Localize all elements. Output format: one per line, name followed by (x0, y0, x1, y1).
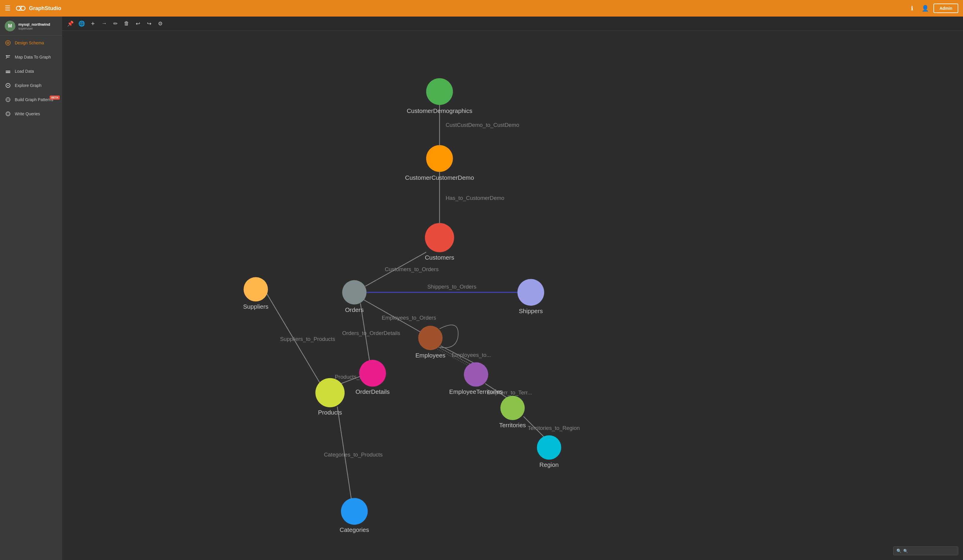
svg-point-10 (7, 85, 8, 86)
sidebar-label-map-data: Map Data To Graph (15, 55, 51, 60)
hamburger-button[interactable]: ☰ (5, 5, 11, 12)
user-info: mysql_northwind superuser (18, 22, 50, 30)
node-customercustomerdemo[interactable] (426, 145, 453, 172)
node-orderdetails[interactable] (359, 360, 386, 387)
sidebar-item-build-patterns[interactable]: Build Graph Patterns BETA (0, 92, 62, 107)
redo-button[interactable]: ↪ (144, 19, 154, 28)
search-box[interactable]: 🔍 (893, 546, 958, 555)
node-employees[interactable] (418, 326, 443, 350)
node-region[interactable] (537, 435, 561, 460)
arrow-button[interactable]: → (99, 19, 109, 28)
logo-icon (15, 3, 26, 14)
header-left: ☰ GraphStudio (5, 3, 61, 14)
svg-point-1 (21, 6, 25, 10)
beta-badge: BETA (50, 95, 60, 100)
sidebar-label-write-queries: Write Queries (15, 112, 40, 116)
sidebar-item-load-data[interactable]: Load Data (0, 64, 62, 78)
user-icon[interactable]: 👤 (921, 3, 930, 13)
svg-text:Orders_to_OrderDetails: Orders_to_OrderDetails (342, 330, 400, 337)
svg-rect-8 (6, 72, 10, 73)
node-categories[interactable] (341, 498, 368, 525)
svg-rect-7 (6, 71, 10, 71)
explore-graph-icon (5, 83, 11, 88)
sidebar-label-design-schema: Design Schema (15, 40, 44, 45)
sidebar-item-write-queries[interactable]: Write Queries (0, 107, 62, 121)
sidebar-label-explore-graph: Explore Graph (15, 83, 41, 88)
main-layout: M mysql_northwind superuser Design Schem… (0, 16, 963, 560)
label-categories: Categories (340, 526, 369, 533)
user-name: mysql_northwind (18, 22, 50, 27)
label-customers: Customers (425, 254, 454, 261)
admin-button[interactable]: Admin (934, 3, 958, 13)
sidebar-label-load-data: Load Data (15, 69, 34, 74)
sidebar: M mysql_northwind superuser Design Schem… (0, 16, 62, 560)
sidebar-item-explore-graph[interactable]: Explore Graph (0, 78, 62, 92)
search-input[interactable] (903, 549, 955, 553)
svg-line-27 (436, 348, 474, 368)
node-suppliers[interactable] (244, 277, 268, 301)
delete-button[interactable]: 🗑 (122, 19, 131, 28)
svg-text:Has_to_CustomerDemo: Has_to_CustomerDemo (446, 195, 504, 201)
svg-text:Suppliers_to_Products: Suppliers_to_Products (280, 336, 335, 342)
label-employees: Employees (415, 352, 446, 359)
toolbar: 📌 🌐 + → ✏ 🗑 ↩ ↪ ⚙ (62, 16, 963, 31)
node-employeeterritories[interactable] (464, 362, 488, 387)
content-area: 📌 🌐 + → ✏ 🗑 ↩ ↪ ⚙ CustCustDemo_to_CustDe… (62, 16, 963, 560)
build-patterns-icon (5, 97, 11, 103)
label-suppliers: Suppliers (243, 303, 269, 310)
write-queries-icon (5, 111, 11, 117)
sidebar-item-map-data[interactable]: Map Data To Graph (0, 50, 62, 64)
edit-button[interactable]: ✏ (110, 19, 120, 28)
settings-button[interactable]: ⚙ (156, 19, 165, 28)
svg-text:EmpTerr_to_Terr...: EmpTerr_to_Terr... (487, 389, 532, 396)
user-section: M mysql_northwind superuser (0, 16, 62, 36)
svg-text:Territories_to_Region: Territories_to_Region (528, 425, 580, 431)
load-data-icon (5, 68, 11, 74)
logo: GraphStudio (15, 3, 61, 14)
search-icon: 🔍 (897, 549, 901, 553)
logo-text: GraphStudio (29, 5, 61, 11)
globe-button[interactable]: 🌐 (77, 19, 86, 28)
node-products[interactable] (315, 378, 345, 408)
svg-text:Employees_to...: Employees_to... (452, 352, 491, 358)
svg-point-0 (16, 6, 20, 10)
node-customers[interactable] (425, 223, 454, 252)
node-customerdemographics[interactable] (426, 78, 453, 105)
info-icon[interactable]: ℹ (907, 3, 917, 13)
undo-button[interactable]: ↩ (133, 19, 143, 28)
label-territories: Territories (499, 422, 526, 429)
label-shippers: Shippers (519, 308, 543, 314)
add-button[interactable]: + (88, 19, 97, 28)
svg-point-4 (6, 40, 10, 45)
node-orders[interactable] (342, 280, 366, 304)
graph-svg: CustCustDemo_to_CustDemo Has_to_Customer… (62, 31, 963, 560)
avatar: M (5, 21, 15, 31)
sidebar-label-build-patterns: Build Graph Patterns (15, 97, 53, 102)
svg-text:Shippers_to_Orders: Shippers_to_Orders (427, 283, 477, 290)
svg-text:Customers_to_Orders: Customers_to_Orders (385, 266, 439, 273)
pin-button[interactable]: 📌 (66, 19, 75, 28)
graph-area[interactable]: CustCustDemo_to_CustDemo Has_to_Customer… (62, 31, 963, 560)
svg-text:Employees_to_Orders: Employees_to_Orders (382, 315, 436, 321)
header: ☰ GraphStudio ℹ 👤 Admin (0, 0, 963, 16)
map-data-icon (5, 54, 11, 60)
sidebar-item-design-schema[interactable]: Design Schema (0, 36, 62, 50)
svg-text:CustCustDemo_to_CustDemo: CustCustDemo_to_CustDemo (446, 122, 519, 128)
label-region: Region (540, 461, 559, 468)
design-schema-icon (5, 40, 11, 46)
node-shippers[interactable] (517, 279, 544, 306)
node-territories[interactable] (501, 396, 525, 420)
header-right: ℹ 👤 Admin (907, 3, 958, 13)
user-role: superuser (18, 27, 50, 30)
svg-text:Categories_to_Products: Categories_to_Products (324, 452, 383, 458)
label-orderdetails: OrderDetails (355, 388, 389, 395)
